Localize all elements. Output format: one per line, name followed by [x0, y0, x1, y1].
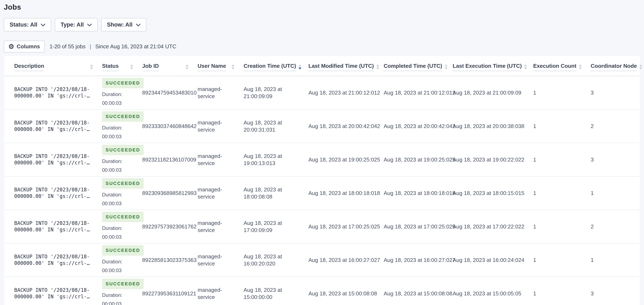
sort-arrows-icon[interactable] [376, 64, 380, 70]
table-body: BACKUP INTO '/2023/08/18-000000.00' IN '… [4, 76, 640, 305]
table-header: Description Status Job ID [4, 56, 640, 76]
job-execution-count: 1 [533, 156, 583, 163]
job-description-link[interactable]: BACKUP INTO '/2023/08/18-000000.00' IN '… [14, 287, 90, 300]
chevron-down-icon [87, 24, 92, 27]
job-last-execution-time: Aug 18, 2023 at 16:00:24:024 [453, 256, 525, 263]
job-status-badge: SUCCEEDED [102, 78, 144, 88]
sort-arrows-icon[interactable] [231, 64, 235, 70]
job-status-badge: SUCCEEDED [102, 145, 144, 155]
job-status-badge: SUCCEEDED [102, 111, 144, 122]
job-description-link[interactable]: BACKUP INTO '/2023/08/18-000000.00' IN '… [14, 153, 90, 166]
job-duration: Duration: 00:00:03 [102, 291, 134, 305]
page-title: Jobs [4, 3, 644, 11]
column-header-last-modified-time-utc[interactable]: Last Modified Time (UTC) [302, 56, 378, 76]
sort-arrows-icon[interactable] [578, 64, 582, 70]
job-description-link[interactable]: BACKUP INTO '/2023/08/18-000000.00' IN '… [14, 86, 90, 99]
status-filter-dropdown[interactable]: Status: All [4, 18, 51, 31]
column-header-label[interactable]: User Name [198, 63, 226, 71]
sort-arrows-icon[interactable] [639, 64, 642, 70]
column-header-job-id[interactable]: Job ID [136, 56, 192, 76]
status-filter-label: Status: All [10, 22, 38, 28]
job-last-modified-time: Aug 18, 2023 at 15:00:08:08 [308, 290, 376, 297]
job-coordinator-node: 3 [591, 290, 638, 297]
column-header-description[interactable]: Description [4, 56, 96, 76]
job-coordinator-node: 2 [591, 123, 638, 130]
column-header-label[interactable]: Job ID [142, 63, 159, 71]
job-coordinator-node: 3 [591, 89, 638, 96]
job-description-link[interactable]: BACKUP INTO '/2023/08/18-000000.00' IN '… [14, 220, 90, 233]
job-completed-time: Aug 18, 2023 at 16:00:27:027 [384, 256, 445, 263]
job-coordinator-node: 2 [591, 223, 638, 230]
column-header-execution-count[interactable]: Execution Count [527, 56, 585, 76]
job-last-modified-time: Aug 18, 2023 at 17:00:25:025 [308, 223, 376, 230]
job-coordinator-node: 3 [591, 156, 638, 163]
job-execution-count: 1 [533, 89, 583, 96]
show-filter-dropdown[interactable]: Show: All [101, 18, 146, 31]
column-header-last-execution-time-utc[interactable]: Last Execution Time (UTC) [447, 56, 527, 76]
sort-arrows-icon[interactable] [90, 64, 93, 70]
job-id: 892297573923061762 [142, 223, 190, 230]
job-user-name: managed-service [198, 253, 230, 267]
sort-arrows-icon[interactable] [130, 64, 134, 70]
job-last-execution-time: Aug 18, 2023 at 17:00:22:022 [453, 223, 525, 230]
job-id: 892344759453483010 [142, 89, 190, 96]
column-header-status[interactable]: Status [96, 56, 136, 76]
chevron-down-icon [41, 24, 45, 27]
column-header-coordinator-node[interactable]: Coordinator Node [585, 56, 640, 76]
job-description-link[interactable]: BACKUP INTO '/2023/08/18-000000.00' IN '… [14, 187, 90, 200]
job-user-name: managed-service [198, 219, 230, 234]
job-creation-time: Aug 18, 2023 at 15:00:00:00 [244, 286, 293, 300]
column-header-label[interactable]: Execution Count [533, 63, 576, 71]
sort-arrows-icon[interactable] [444, 64, 448, 70]
job-creation-time: Aug 18, 2023 at 20:00:31:031 [244, 119, 293, 133]
table-header-row: Description Status Job ID [4, 56, 640, 76]
column-header-label[interactable]: Completed Time (UTC) [384, 63, 442, 71]
column-header-user-name[interactable]: User Name [192, 56, 238, 76]
job-id: 892309368985812993 [142, 189, 190, 197]
job-last-modified-time: Aug 18, 2023 at 16:00:27:027 [308, 256, 376, 263]
job-row: BACKUP INTO '/2023/08/18-000000.00' IN '… [4, 243, 640, 277]
job-last-modified-time: Aug 18, 2023 at 18:00:18:018 [308, 189, 376, 197]
job-row: BACKUP INTO '/2023/08/18-000000.00' IN '… [4, 210, 640, 243]
column-header-label[interactable]: Description [14, 63, 44, 71]
sort-arrows-icon[interactable] [185, 64, 189, 70]
results-info: 1-20 of 55 jobs | Since Aug 16, 2023 at … [50, 43, 176, 50]
column-header-label[interactable]: Last Modified Time (UTC) [308, 63, 374, 71]
job-creation-time: Aug 18, 2023 at 18:00:08:08 [244, 186, 293, 200]
job-id: 892273953631109121 [142, 290, 190, 297]
job-row: BACKUP INTO '/2023/08/18-000000.00' IN '… [4, 176, 640, 210]
jobs-page: Jobs Status: All Type: All Show: All [0, 0, 644, 305]
job-last-modified-time: Aug 18, 2023 at 19:00:25:025 [308, 156, 376, 163]
column-header-label[interactable]: Coordinator Node [591, 63, 637, 71]
job-completed-time: Aug 18, 2023 at 21:00:12:012 [384, 89, 445, 96]
job-id: 892333037460848642 [142, 123, 190, 130]
job-last-execution-time: Aug 18, 2023 at 15:00:05:05 [453, 290, 525, 297]
job-creation-time: Aug 18, 2023 at 16:00:20:020 [244, 253, 293, 267]
type-filter-dropdown[interactable]: Type: All [55, 18, 98, 31]
separator: | [90, 43, 91, 50]
job-row: BACKUP INTO '/2023/08/18-000000.00' IN '… [4, 109, 640, 143]
job-last-modified-time: Aug 18, 2023 at 20:00:42:042 [308, 123, 376, 130]
column-header-label[interactable]: Creation Time (UTC) [244, 63, 296, 71]
column-header-label[interactable]: Status [102, 63, 118, 71]
job-duration: Duration: 00:00:03 [102, 90, 134, 108]
columns-button-label: Columns [17, 43, 40, 50]
columns-button[interactable]: ⚙ Columns [4, 41, 44, 53]
job-last-execution-time: Aug 18, 2023 at 20:00:38:038 [453, 123, 525, 130]
filters-bar: Status: All Type: All Show: All [4, 18, 644, 31]
job-status-badge: SUCCEEDED [102, 212, 144, 222]
job-status-badge: SUCCEEDED [102, 178, 144, 189]
job-execution-count: 1 [533, 256, 583, 263]
sort-arrows-icon[interactable] [524, 64, 527, 70]
column-header-completed-time-utc[interactable]: Completed Time (UTC) [378, 56, 447, 76]
job-execution-count: 1 [533, 189, 583, 197]
job-description-link[interactable]: BACKUP INTO '/2023/08/18-000000.00' IN '… [14, 120, 90, 133]
since-timestamp: Since Aug 16, 2023 at 21:04 UTC [95, 43, 176, 50]
job-duration: Duration: 00:00:03 [102, 157, 134, 174]
job-duration: Duration: 00:00:03 [102, 224, 134, 241]
job-row: BACKUP INTO '/2023/08/18-000000.00' IN '… [4, 277, 640, 305]
column-header-creation-time-utc[interactable]: Creation Time (UTC) [238, 56, 302, 76]
column-header-label[interactable]: Last Execution Time (UTC) [453, 63, 522, 71]
sort-arrows-icon[interactable] [298, 64, 302, 70]
job-description-link[interactable]: BACKUP INTO '/2023/08/18-000000.00' IN '… [14, 253, 90, 266]
